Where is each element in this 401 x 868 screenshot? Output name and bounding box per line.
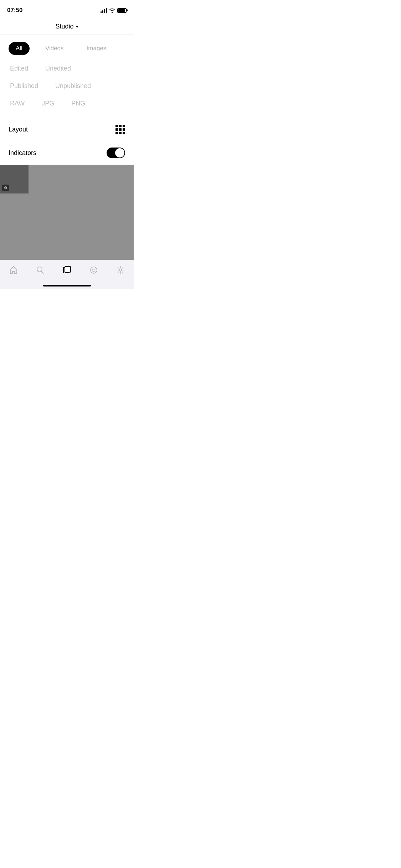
thumb-overlay: ⚙ xyxy=(2,185,9,191)
svg-point-5 xyxy=(91,267,97,273)
status-bar: 07:50 xyxy=(0,0,134,16)
grid-layout-icon[interactable] xyxy=(115,125,125,134)
home-icon xyxy=(9,265,18,275)
filter-raw[interactable]: RAW xyxy=(10,100,25,107)
indicators-toggle[interactable] xyxy=(107,148,125,158)
header-title[interactable]: Studio ▾ xyxy=(55,23,78,30)
svg-line-1 xyxy=(41,272,43,274)
svg-point-6 xyxy=(92,269,93,270)
nav-gallery[interactable] xyxy=(58,264,76,277)
format-row: RAW JPG PNG xyxy=(9,100,125,107)
svg-rect-3 xyxy=(65,267,71,272)
thumbnail-item[interactable]: ⚙ xyxy=(0,165,29,193)
layout-label: Layout xyxy=(9,126,28,133)
gallery-icon xyxy=(62,265,72,275)
settings-wheel-icon xyxy=(116,265,125,275)
settings-section: Layout Indicators xyxy=(0,118,134,165)
battery-icon xyxy=(117,8,127,13)
filter-unedited[interactable]: Unedited xyxy=(45,65,71,72)
edit-status-row: Edited Unedited xyxy=(9,65,125,72)
home-indicator xyxy=(43,285,91,286)
chevron-down-icon: ▾ xyxy=(76,24,78,29)
layout-row[interactable]: Layout xyxy=(0,118,134,141)
sliders-icon: ⚙ xyxy=(4,186,7,190)
type-filter-row: All Videos Images xyxy=(9,42,125,55)
svg-point-8 xyxy=(119,269,122,272)
filter-panel: All Videos Images Edited Unedited Publis… xyxy=(0,35,134,118)
toggle-knob xyxy=(115,148,124,157)
filter-published[interactable]: Published xyxy=(10,82,38,90)
indicators-row[interactable]: Indicators xyxy=(0,141,134,165)
nav-home[interactable] xyxy=(5,264,22,277)
signal-icon xyxy=(101,8,107,13)
nav-face[interactable] xyxy=(85,264,102,277)
face-icon xyxy=(89,265,98,275)
filter-videos[interactable]: Videos xyxy=(38,42,71,55)
filter-png[interactable]: PNG xyxy=(71,100,85,107)
filter-edited[interactable]: Edited xyxy=(10,65,28,72)
search-icon xyxy=(36,265,45,275)
publish-status-row: Published Unpublished xyxy=(9,82,125,90)
filter-jpg[interactable]: JPG xyxy=(42,100,54,107)
indicators-label: Indicators xyxy=(9,149,36,157)
svg-point-0 xyxy=(37,267,42,272)
svg-point-7 xyxy=(94,269,95,270)
nav-settings[interactable] xyxy=(112,264,129,277)
wifi-icon xyxy=(109,8,115,13)
filter-all[interactable]: All xyxy=(9,42,30,55)
filter-unpublished[interactable]: Unpublished xyxy=(55,82,91,90)
status-icons xyxy=(101,8,127,13)
nav-search[interactable] xyxy=(32,264,49,277)
filter-images[interactable]: Images xyxy=(79,42,114,55)
content-area: ⚙ xyxy=(0,165,134,265)
bottom-nav xyxy=(0,260,134,289)
status-time: 07:50 xyxy=(7,7,22,14)
header[interactable]: Studio ▾ xyxy=(0,16,134,35)
